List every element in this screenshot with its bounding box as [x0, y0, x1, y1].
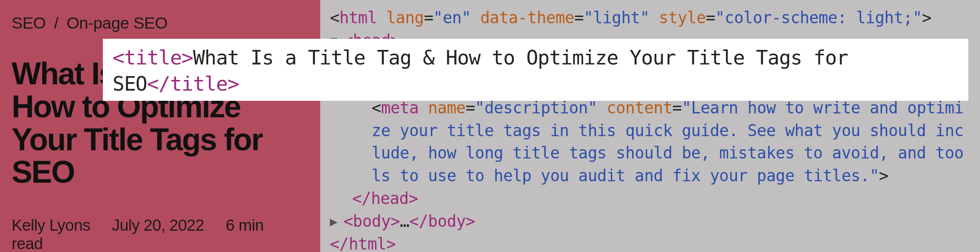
disclosure-triangle-right-icon[interactable]: ▶	[330, 213, 343, 231]
devtools-elements-panel: <html lang="en" data-theme="light" style…	[320, 0, 980, 252]
breadcrumb: SEO / On-page SEO	[12, 14, 307, 32]
title-tag-highlight-overlay: <title>What Is a Title Tag & How to Opti…	[103, 39, 968, 101]
article-meta: Kelly Lyons July 20, 2022 6 min read	[12, 216, 307, 252]
code-html-open[interactable]: <html lang="en" data-theme="light" style…	[330, 7, 970, 30]
article-author: Kelly Lyons	[12, 216, 90, 234]
code-head-close[interactable]: </head>	[330, 188, 970, 210]
overlay-title-open-tag: <title>	[113, 46, 193, 69]
breadcrumb-item-seo[interactable]: SEO	[12, 14, 46, 32]
overlay-title-close-tag: </title>	[147, 72, 239, 95]
article-date: July 20, 2022	[112, 216, 204, 234]
breadcrumb-item-onpage[interactable]: On-page SEO	[66, 14, 167, 32]
code-meta-description[interactable]: <meta name="description" content="Learn …	[330, 97, 970, 188]
breadcrumb-separator: /	[54, 14, 58, 32]
code-html-close[interactable]: </html>	[330, 233, 970, 252]
code-body[interactable]: ▶<body>…</body>	[330, 210, 970, 233]
article-preview-panel: SEO / On-page SEO What Is a Title Tag & …	[0, 0, 320, 252]
